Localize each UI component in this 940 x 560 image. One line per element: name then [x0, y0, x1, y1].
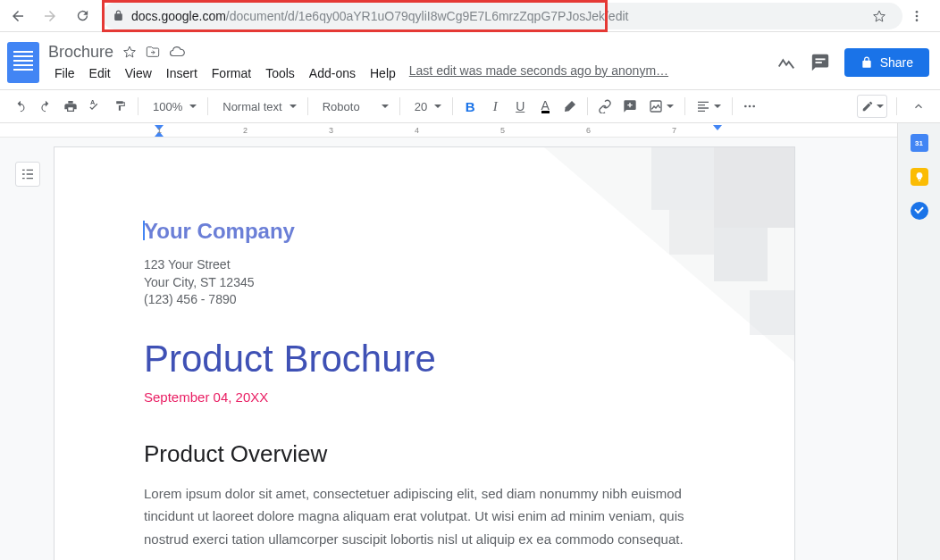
spellcheck-button[interactable]: A: [84, 95, 107, 118]
menu-insert[interactable]: Insert: [160, 63, 204, 83]
menu-edit[interactable]: Edit: [83, 63, 117, 83]
paint-format-button[interactable]: [109, 95, 132, 118]
align-button[interactable]: [691, 95, 726, 118]
address-bar[interactable]: docs.google.com/document/d/1e6qy00aYR1uO…: [102, 3, 902, 29]
svg-point-1: [916, 14, 919, 17]
highlight-button[interactable]: [558, 95, 582, 118]
side-panel: 31: [897, 123, 940, 560]
italic-button[interactable]: I: [483, 95, 507, 118]
star-icon[interactable]: [122, 45, 137, 59]
style-select[interactable]: Normal text: [214, 95, 301, 118]
hide-menus-button[interactable]: [906, 95, 931, 118]
undo-button[interactable]: [9, 95, 32, 118]
print-button[interactable]: [59, 95, 82, 118]
svg-text:A: A: [90, 99, 96, 106]
menu-help[interactable]: Help: [364, 63, 402, 83]
font-size-select[interactable]: 20: [406, 95, 447, 118]
menu-bar: File Edit View Insert Format Tools Add-o…: [48, 63, 776, 83]
menu-file[interactable]: File: [48, 63, 81, 83]
docs-header: Brochure File Edit View Insert Format To…: [0, 32, 940, 89]
redo-button[interactable]: [34, 95, 57, 118]
comments-icon[interactable]: [810, 53, 830, 72]
underline-button[interactable]: U: [508, 95, 532, 118]
add-comment-button[interactable]: [618, 95, 642, 118]
horizontal-ruler[interactable]: 1 2 3 4 5 6 7: [0, 123, 897, 138]
keep-icon[interactable]: [911, 168, 928, 186]
forward-button[interactable]: [38, 4, 63, 29]
insert-image-button[interactable]: [643, 95, 679, 118]
link-button[interactable]: [593, 95, 617, 118]
tasks-icon[interactable]: [911, 202, 928, 220]
zoom-select[interactable]: 100%: [144, 95, 202, 118]
bookmark-star-icon[interactable]: [872, 9, 886, 23]
share-button[interactable]: Share: [844, 48, 929, 77]
share-lock-icon: [860, 56, 873, 69]
editor-area: 1 2 3 4 5 6 7 Your Company 123 Your Stre…: [0, 123, 940, 560]
browser-menu-icon[interactable]: [910, 9, 935, 23]
svg-point-8: [749, 105, 751, 108]
outline-toggle-button[interactable]: [15, 162, 40, 187]
font-select[interactable]: Roboto: [314, 95, 394, 118]
toolbar: A 100% Normal text Roboto 20 B I U A: [0, 89, 940, 123]
edit-mode-button[interactable]: [857, 95, 887, 118]
menu-addons[interactable]: Add-ons: [303, 63, 362, 83]
svg-point-0: [916, 11, 919, 13]
calendar-icon[interactable]: 31: [911, 134, 928, 152]
cloud-icon[interactable]: [169, 44, 185, 60]
activity-icon[interactable]: [776, 53, 796, 72]
bold-button[interactable]: B: [458, 95, 482, 118]
menu-tools[interactable]: Tools: [259, 63, 301, 83]
browser-bar: docs.google.com/document/d/1e6qy00aYR1uO…: [0, 0, 940, 32]
svg-point-9: [753, 105, 756, 108]
move-icon[interactable]: [146, 45, 160, 59]
document-page[interactable]: Your Company 123 Your Street Your City, …: [54, 146, 795, 560]
docs-app-icon[interactable]: [7, 42, 39, 83]
document-title[interactable]: Brochure: [48, 43, 113, 62]
url-highlight-annotation: [102, 0, 608, 32]
menu-format[interactable]: Format: [206, 63, 257, 83]
text-color-button[interactable]: A: [533, 95, 557, 118]
reload-button[interactable]: [70, 4, 95, 29]
date-text[interactable]: September 04, 20XX: [144, 389, 714, 405]
menu-view[interactable]: View: [119, 63, 158, 83]
share-label: Share: [880, 55, 913, 70]
back-button[interactable]: [5, 4, 30, 29]
svg-point-7: [744, 105, 747, 108]
svg-rect-4: [815, 62, 821, 63]
last-edit-link[interactable]: Last edit was made seconds ago by anonym…: [409, 63, 668, 83]
body-paragraph[interactable]: Lorem ipsum dolor sit amet, consectetuer…: [144, 482, 714, 551]
svg-point-2: [916, 19, 919, 21]
more-tools-button[interactable]: [738, 95, 761, 118]
section-heading[interactable]: Product Overview: [144, 440, 714, 468]
svg-rect-3: [815, 58, 825, 60]
company-name-text[interactable]: Your Company: [144, 219, 714, 244]
text-cursor: [143, 221, 145, 240]
